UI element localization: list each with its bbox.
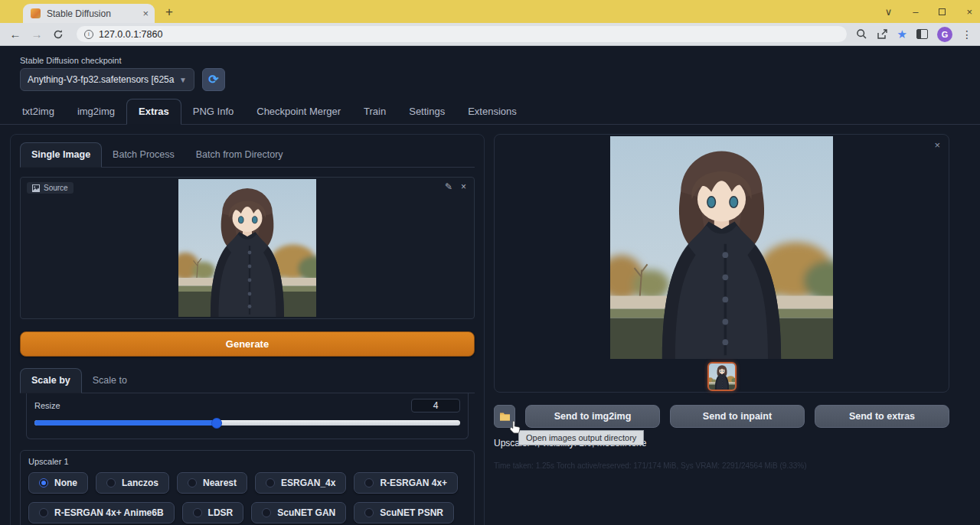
- tab-close-icon[interactable]: ×: [142, 8, 149, 18]
- extras-subtabbar: Single Image Batch Process Batch from Di…: [20, 142, 475, 168]
- radio-icon: [193, 508, 202, 517]
- minimize-button[interactable]: –: [913, 7, 918, 17]
- mouse-cursor: [509, 420, 521, 437]
- radio-icon: [262, 508, 271, 517]
- url-text: 127.0.0.1:7860: [99, 29, 162, 40]
- checkpoint-dropdown[interactable]: Anything-V3-fp32.safetensors [625a2ba2] …: [20, 68, 194, 91]
- upscaler1-option-ldsr[interactable]: LDSR: [182, 502, 244, 523]
- upscaler1-label: Upscaler 1: [28, 457, 466, 466]
- extras-left-panel: Single Image Batch Process Batch from Di…: [10, 134, 485, 525]
- upscaler1-option-scunet-gan[interactable]: ScuNET GAN: [251, 502, 346, 523]
- chevron-down-icon: ▼: [179, 76, 187, 84]
- upscaler1-option-nearest[interactable]: Nearest: [177, 472, 247, 494]
- reload-button[interactable]: [49, 29, 67, 40]
- tab-extras[interactable]: Extras: [126, 99, 181, 125]
- radio-selected-icon: [39, 478, 48, 488]
- tab-extensions[interactable]: Extensions: [456, 99, 528, 124]
- resize-slider-fill: [34, 420, 217, 426]
- upscaler1-option-lanczos[interactable]: Lanczos: [96, 472, 169, 494]
- send-to-inpaint-button[interactable]: Send to inpaint: [670, 405, 805, 428]
- option-label: Nearest: [203, 478, 237, 488]
- source-chip: Source: [27, 182, 74, 194]
- send-to-extras-button[interactable]: Send to extras: [815, 405, 949, 428]
- edit-image-icon[interactable]: ✎: [445, 181, 452, 192]
- send-button-row: Send to img2img Send to inpaint Send to …: [494, 405, 949, 428]
- radio-icon: [364, 508, 374, 517]
- restore-button[interactable]: [939, 8, 946, 15]
- browser-tabstrip: Stable Diffusion × + ∨ – ×: [0, 0, 980, 23]
- result-image[interactable]: [610, 136, 833, 359]
- option-label: ESRGAN_4x: [281, 478, 335, 488]
- refresh-checkpoints-button[interactable]: ⟳: [202, 68, 225, 91]
- quicksettings-bar: Stable Diffusion checkpoint Anything-V3-…: [0, 46, 980, 94]
- gallery-thumbnail-selected[interactable]: [707, 362, 737, 391]
- folder-tooltip: Open images output directory: [518, 430, 644, 445]
- checkpoint-value: Anything-V3-fp32.safetensors [625a2ba2]: [28, 74, 175, 85]
- option-label: Lanczos: [122, 478, 158, 488]
- app-window: Stable Diffusion × + ∨ – × ← → i 127.0.0…: [0, 0, 980, 525]
- browser-toolbar: ← → i 127.0.0.1:7860: [0, 23, 980, 46]
- tab-checkpoint-merger[interactable]: Checkpoint Merger: [245, 99, 352, 124]
- profile-avatar[interactable]: G: [937, 27, 952, 42]
- subtab-batch-process[interactable]: Batch Process: [102, 143, 185, 167]
- resize-number-input[interactable]: 4: [411, 399, 460, 412]
- send-to-img2img-button[interactable]: Send to img2img: [525, 405, 660, 428]
- vram-stats-text: Time taken: 1.25s Torch active/reserved:…: [494, 461, 949, 470]
- side-panel-icon[interactable]: [916, 29, 928, 39]
- tab-txt2img[interactable]: txt2img: [11, 99, 66, 124]
- radio-icon: [266, 478, 275, 488]
- favicon-icon: [31, 8, 41, 18]
- page-content: Stable Diffusion checkpoint Anything-V3-…: [0, 46, 980, 525]
- new-tab-button[interactable]: +: [165, 5, 173, 20]
- tab-img2img[interactable]: img2img: [66, 99, 126, 124]
- upscaler1-option-r-esrgan-anime6b[interactable]: R-ESRGAN 4x+ Anime6B: [28, 502, 175, 523]
- menu-dots-icon[interactable]: ⋮: [962, 28, 972, 41]
- tab-scale-to[interactable]: Scale to: [82, 369, 138, 393]
- upscaler1-option-none[interactable]: None: [28, 472, 88, 494]
- source-image: [178, 179, 316, 317]
- tab-title: Stable Diffusion: [47, 8, 136, 19]
- tab-train[interactable]: Train: [352, 99, 397, 124]
- upscaler1-group: Upscaler 1 None Lanczos Nearest ESRGAN_4…: [20, 450, 475, 525]
- subtab-single-image[interactable]: Single Image: [20, 142, 102, 168]
- scale-tabbar: Scale by Scale to: [20, 368, 475, 393]
- gallery-close-icon[interactable]: ×: [934, 139, 940, 151]
- checkpoint-label: Stable Diffusion checkpoint: [20, 56, 969, 65]
- back-button[interactable]: ←: [6, 28, 24, 41]
- option-label: ScuNET GAN: [277, 507, 335, 518]
- resize-block: Resize 4: [26, 393, 469, 439]
- resize-slider-thumb[interactable]: [211, 418, 222, 429]
- result-gallery: ×: [494, 134, 949, 393]
- resize-label: Resize: [34, 401, 60, 410]
- radio-icon: [188, 478, 197, 488]
- share-icon[interactable]: [877, 29, 888, 40]
- radio-icon: [106, 478, 116, 488]
- zoom-icon[interactable]: [856, 28, 867, 40]
- clear-image-icon[interactable]: ×: [461, 181, 466, 192]
- tab-png-info[interactable]: PNG Info: [181, 99, 245, 124]
- upscaler1-option-scunet-psnr[interactable]: ScuNET PSNR: [354, 502, 454, 523]
- generate-button[interactable]: Generate: [20, 331, 475, 357]
- url-bar[interactable]: i 127.0.0.1:7860: [77, 26, 847, 42]
- results-panel: ×: [494, 134, 949, 525]
- source-label: Source: [44, 184, 68, 192]
- source-image-dropzone[interactable]: Source ✎ ×: [20, 177, 475, 319]
- window-close-button[interactable]: ×: [966, 7, 972, 17]
- radio-icon: [39, 508, 48, 517]
- option-label: ScuNET PSNR: [380, 507, 443, 518]
- upscaler1-option-r-esrgan-4x[interactable]: R-ESRGAN 4x+: [354, 472, 458, 494]
- tab-settings[interactable]: Settings: [397, 99, 456, 124]
- subtab-batch-from-directory[interactable]: Batch from Directory: [185, 143, 294, 167]
- upscaler1-option-esrgan-4x[interactable]: ESRGAN_4x: [255, 472, 346, 494]
- option-label: LDSR: [208, 507, 234, 518]
- radio-icon: [364, 478, 374, 488]
- forward-button[interactable]: →: [28, 28, 46, 41]
- tab-search-icon[interactable]: ∨: [885, 7, 893, 17]
- browser-tab[interactable]: Stable Diffusion ×: [23, 4, 155, 23]
- tab-scale-by[interactable]: Scale by: [20, 368, 82, 393]
- bookmark-star-icon[interactable]: ★: [897, 28, 907, 41]
- option-label: R-ESRGAN 4x+: [380, 478, 447, 488]
- site-info-icon[interactable]: i: [84, 30, 93, 39]
- image-icon: [32, 184, 40, 192]
- resize-slider[interactable]: [34, 418, 460, 429]
